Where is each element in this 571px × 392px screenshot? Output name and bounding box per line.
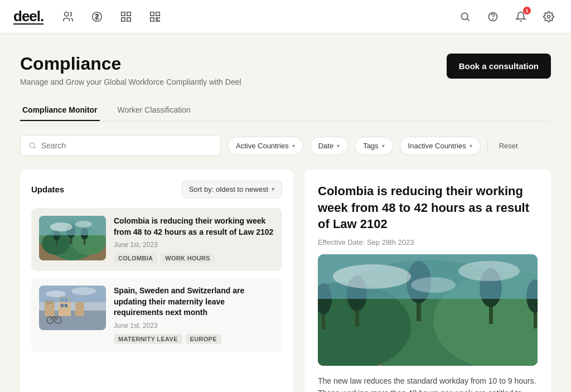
updates-panel-header: Updates Sort by: oldest to newest ▾ <box>31 181 282 198</box>
tab-bar: Compliance Monitor Worker Classification <box>20 100 551 122</box>
chevron-down-icon: ▾ <box>272 186 275 193</box>
filter-divider <box>487 139 488 152</box>
article-landscape-image <box>318 254 538 366</box>
tab-compliance-monitor[interactable]: Compliance Monitor <box>20 100 100 121</box>
settings-nav-button[interactable] <box>540 8 558 26</box>
svg-point-6 <box>461 13 468 20</box>
tag-maternity-leave: MATERNITY LEAVE <box>114 334 182 344</box>
notification-badge: 1 <box>523 7 531 14</box>
svg-point-0 <box>65 12 69 16</box>
svg-rect-33 <box>61 304 64 307</box>
page-header: Compliance Manage and Grow your Global W… <box>20 54 551 86</box>
book-consultation-button[interactable]: Book a consultation <box>447 54 551 79</box>
svg-rect-3 <box>127 12 130 15</box>
landscape-image-2 <box>39 285 106 330</box>
chevron-down-icon: ▾ <box>470 143 472 149</box>
chevron-down-icon: ▾ <box>337 143 340 149</box>
help-nav-button[interactable] <box>484 8 502 26</box>
updates-panel-title: Updates <box>31 185 64 194</box>
news-thumb-1 <box>39 216 106 260</box>
grid-nav-icon[interactable] <box>146 8 164 26</box>
svg-rect-35 <box>75 302 84 316</box>
news-date-1: June 1st, 2023 <box>114 241 274 249</box>
top-navigation: deel. <box>0 0 571 33</box>
page-header-left: Compliance Manage and Grow your Global W… <box>20 54 241 86</box>
svg-point-60 <box>458 261 520 281</box>
page-subtitle: Manage and Grow your Global Workforce Co… <box>20 78 241 86</box>
nav-left-icons <box>59 8 456 26</box>
sort-select[interactable]: Sort by: oldest to newest ▾ <box>182 181 282 198</box>
news-item-2[interactable]: Spain, Sweden and Switzerland are updati… <box>31 278 282 352</box>
news-headline-1: Colombia is reducing their working week … <box>114 216 274 238</box>
page-title: Compliance <box>20 54 241 74</box>
news-content-2: Spain, Sweden and Switzerland are updati… <box>114 285 274 344</box>
tag-colombia: COLOMBIA <box>114 253 157 263</box>
notification-nav-button[interactable]: 1 <box>512 8 530 26</box>
article-body: The new law reduces the standard workday… <box>318 375 538 392</box>
search-nav-button[interactable] <box>456 8 474 26</box>
tags-row-2: MATERNITY LEAVE EUROPE <box>114 334 274 344</box>
search-box[interactable] <box>20 135 221 156</box>
svg-point-23 <box>50 222 72 231</box>
active-countries-filter[interactable]: Active Countries ▾ <box>228 137 303 155</box>
svg-point-9 <box>548 15 550 18</box>
date-filter[interactable]: Date ▾ <box>310 137 348 155</box>
article-title: Colombia is reducing their working week … <box>318 183 538 233</box>
nav-right-icons: 1 <box>456 8 558 26</box>
news-date-2: June 1st, 2023 <box>114 322 274 330</box>
tab-worker-classification[interactable]: Worker Classification <box>115 100 193 121</box>
filter-row: Active Countries ▾ Date ▾ Tags ▾ Inactiv… <box>20 135 551 156</box>
chart-nav-icon[interactable] <box>117 8 135 26</box>
svg-rect-4 <box>122 17 125 21</box>
search-input[interactable] <box>41 141 212 150</box>
landscape-image-1 <box>39 216 106 260</box>
coin-nav-icon[interactable] <box>88 8 106 26</box>
svg-rect-5 <box>127 17 130 21</box>
svg-point-38 <box>71 287 96 295</box>
svg-point-8 <box>493 18 493 19</box>
news-content-1: Colombia is reducing their working week … <box>114 216 274 263</box>
svg-rect-22 <box>39 216 106 235</box>
svg-point-24 <box>75 221 92 228</box>
news-headline-2: Spain, Sweden and Switzerland are updati… <box>114 285 274 318</box>
content-grid: Updates Sort by: oldest to newest ▾ <box>20 170 551 392</box>
reset-filters-button[interactable]: Reset <box>497 137 520 154</box>
article-panel: Colombia is reducing their working week … <box>304 170 551 392</box>
svg-point-61 <box>411 277 456 293</box>
svg-point-59 <box>333 264 411 289</box>
news-thumb-2 <box>39 285 106 330</box>
news-item-1[interactable]: Colombia is reducing their working week … <box>31 208 282 271</box>
article-image <box>318 254 538 366</box>
tag-work-hours: WORK HOURS <box>161 253 215 263</box>
svg-rect-34 <box>65 304 67 307</box>
svg-point-37 <box>46 291 66 297</box>
svg-point-10 <box>30 143 35 148</box>
chevron-down-icon: ▾ <box>292 143 295 149</box>
search-input-icon <box>28 141 37 150</box>
inactive-countries-filter[interactable]: Inactive Countries ▾ <box>400 137 481 155</box>
tags-filter[interactable]: Tags ▾ <box>355 137 393 155</box>
logo: deel. <box>13 8 43 25</box>
main-content: Compliance Manage and Grow your Global W… <box>0 33 571 392</box>
effective-date: Effective Date: Sep 28th 2023 <box>318 238 538 246</box>
svg-rect-2 <box>122 12 125 15</box>
tags-row-1: COLOMBIA WORK HOURS <box>114 253 274 263</box>
updates-panel: Updates Sort by: oldest to newest ▾ <box>20 170 293 392</box>
tag-europe: EUROPE <box>186 334 221 344</box>
people-nav-icon[interactable] <box>59 8 77 26</box>
chevron-down-icon: ▾ <box>382 143 385 149</box>
